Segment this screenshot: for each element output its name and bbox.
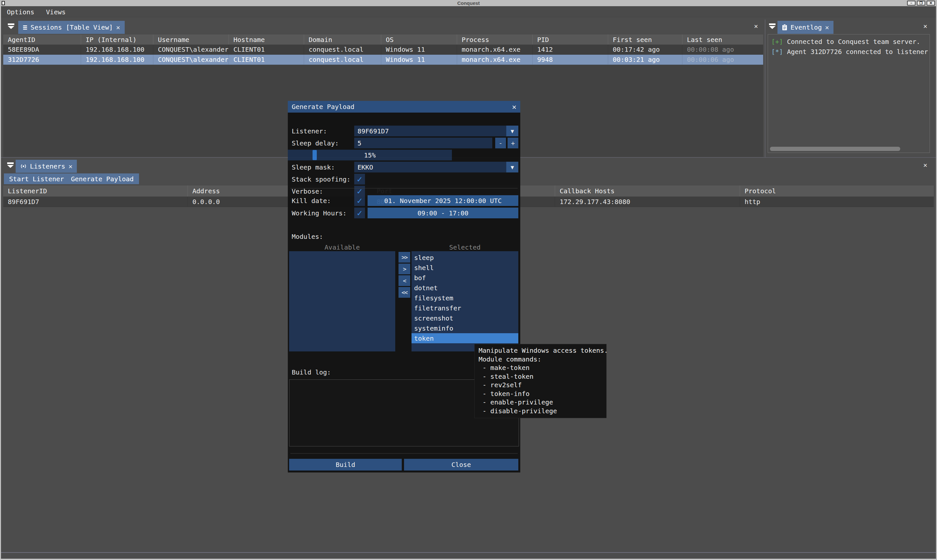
dialog-close-button[interactable]: Close <box>404 459 518 471</box>
col-username[interactable]: Username <box>153 34 229 45</box>
move-left-button[interactable]: < <box>399 275 410 286</box>
generate-payload-button[interactable]: Generate Payload <box>66 174 139 184</box>
col-domain[interactable]: Domain <box>304 34 381 45</box>
selected-header: Selected <box>411 243 518 251</box>
tooltip-line: Module commands: <box>479 355 602 364</box>
kill-date-checkbox[interactable]: ✓ <box>354 195 365 206</box>
tab-sessions[interactable]: ≡ Sessions [Table View] ✕ <box>18 21 125 34</box>
maximize-button[interactable]: ❐ <box>917 1 925 6</box>
col-pid[interactable]: PID <box>533 34 608 45</box>
minimize-button[interactable]: – <box>907 1 915 6</box>
module-item[interactable]: bof <box>411 273 518 283</box>
cell-domain: conquest.local <box>304 45 381 54</box>
sleep-delay-decrement-button[interactable]: - <box>495 138 506 148</box>
module-item-selected[interactable]: token <box>411 333 518 343</box>
sessions-collapse-icon[interactable] <box>8 23 14 29</box>
cell-agentid: 58EE89DA <box>3 45 81 54</box>
listeners-dock-close-icon[interactable]: ✕ <box>923 162 927 168</box>
eventlog-dock-close-icon[interactable]: ✕ <box>923 23 927 29</box>
check-icon: ✓ <box>357 195 362 206</box>
eventlog-collapse-icon[interactable] <box>769 23 775 29</box>
jitter-value: 15% <box>288 150 452 160</box>
module-item[interactable]: systeminfo <box>411 323 518 333</box>
close-button[interactable]: ✕ <box>926 1 935 6</box>
tab-sessions-close-icon[interactable]: ✕ <box>116 24 120 31</box>
sleep-mask-value: EKKO <box>358 163 373 171</box>
col-os[interactable]: OS <box>381 34 457 45</box>
tooltip-line: - rev2self <box>479 381 602 389</box>
move-all-left-button[interactable]: << <box>399 287 410 298</box>
eventlog-output[interactable]: [+] Connected to Conquest team server. [… <box>768 34 930 153</box>
jitter-slider[interactable]: 15% <box>288 150 452 160</box>
module-item[interactable]: sleep <box>411 252 518 263</box>
col-process[interactable]: Process <box>457 34 533 45</box>
module-item[interactable]: shell <box>411 263 518 273</box>
cell-pid: 9948 <box>533 55 608 65</box>
tooltip-line: - make-token <box>479 363 602 372</box>
session-row[interactable]: 58EE89DA 192.168.168.100 CONQUEST\alexan… <box>3 45 763 55</box>
kill-date-field[interactable]: 01. November 2025 12:00:00 UTC <box>368 195 518 206</box>
working-hours-checkbox[interactable]: ✓ <box>354 208 365 218</box>
dialog-separator <box>290 453 518 454</box>
available-modules-list[interactable] <box>289 251 395 351</box>
window-titlebar[interactable]: Conquest – ❐ ✕ <box>0 0 937 6</box>
col-last-seen[interactable]: Last seen <box>683 34 763 45</box>
col-protocol[interactable]: Protocol <box>740 186 934 197</box>
listener-dropdown[interactable]: 89F691D7 ▼ <box>354 126 518 136</box>
move-right-button[interactable]: > <box>399 263 410 274</box>
sleep-delay-increment-button[interactable]: + <box>507 138 518 148</box>
listeners-collapse-icon[interactable] <box>7 162 14 168</box>
tooltip-line: - disable-privilege <box>479 407 602 415</box>
menu-options[interactable]: Options <box>7 8 34 16</box>
stack-spoofing-checkbox[interactable]: ✓ <box>354 174 365 185</box>
build-log-label: Build log: <box>292 368 331 376</box>
sleep-mask-dropdown[interactable]: EKKO ▼ <box>354 162 518 172</box>
cell-agentid: 312D7726 <box>3 55 81 65</box>
cell-username: CONQUEST\alexander <box>153 55 229 65</box>
dialog-close-icon[interactable]: ✕ <box>512 103 516 111</box>
sessions-dock-close-icon[interactable]: ✕ <box>754 23 758 29</box>
tab-sessions-label: Sessions [Table View] <box>31 23 113 31</box>
chevron-down-icon[interactable]: ▼ <box>506 126 518 136</box>
col-listenerid[interactable]: ListenerID <box>3 186 188 197</box>
menu-views[interactable]: Views <box>46 8 65 16</box>
col-hostname[interactable]: Hostname <box>229 34 304 45</box>
cell-hostname: CLIENT01 <box>229 55 304 65</box>
module-item[interactable]: dotnet <box>411 283 518 293</box>
tab-eventlog[interactable]: Eventlog ✕ <box>777 21 834 34</box>
minimize-icon: – <box>910 1 912 5</box>
dialog-titlebar[interactable]: Generate Payload ✕ <box>288 101 520 112</box>
build-button[interactable]: Build <box>289 459 402 471</box>
col-ip-internal[interactable]: IP (Internal) <box>81 34 153 45</box>
tab-eventlog-close-icon[interactable]: ✕ <box>825 24 829 31</box>
window-title: Conquest <box>0 0 937 6</box>
col-first-seen[interactable]: First seen <box>608 34 683 45</box>
move-all-right-button[interactable]: >> <box>399 252 410 263</box>
session-row-selected[interactable]: 312D7726 192.168.168.100 CONQUEST\alexan… <box>3 55 763 65</box>
module-item[interactable]: filesystem <box>411 293 518 303</box>
cell-first-seen: 00:03:21 ago <box>608 55 683 65</box>
cell-ip: 192.168.168.100 <box>81 55 153 65</box>
col-callback-hosts[interactable]: Callback Hosts <box>555 186 740 197</box>
module-item[interactable]: screenshot <box>411 313 518 323</box>
modules-label: Modules: <box>292 233 323 240</box>
working-hours-field[interactable]: 09:00 - 17:00 <box>368 208 518 218</box>
sleep-delay-input[interactable]: 5 <box>354 138 492 148</box>
table-view-icon: ≡ <box>23 23 27 32</box>
tab-listeners-close-icon[interactable]: ✕ <box>68 163 72 169</box>
chevron-down-icon[interactable]: ▼ <box>506 162 518 172</box>
tooltip-line: - steal-token <box>479 372 602 381</box>
broadcast-icon <box>20 163 27 169</box>
start-listener-button[interactable]: Start Listener <box>4 174 69 184</box>
cell-process: monarch.x64.exe <box>457 45 533 54</box>
sleep-mask-label: Sleep mask: <box>292 162 335 172</box>
selected-modules-list[interactable]: sleep shell bof dotnet filesystem filetr… <box>411 251 518 351</box>
dock-splitter-vertical[interactable] <box>765 20 766 157</box>
col-agentid[interactable]: AgentID <box>3 34 81 45</box>
listener-label: Listener: <box>292 126 327 136</box>
cell-first-seen: 00:17:42 ago <box>608 45 683 54</box>
module-item[interactable]: filetransfer <box>411 303 518 313</box>
eventlog-hscrollbar[interactable] <box>770 147 900 151</box>
tab-listeners[interactable]: Listeners ✕ <box>15 160 77 173</box>
cell-domain: conquest.local <box>304 55 381 65</box>
